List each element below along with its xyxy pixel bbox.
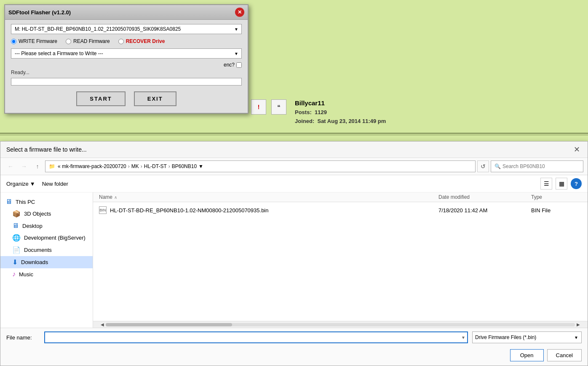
file-content-area: 🖥 This PC 📦 3D Objects 🖥 Desktop 🌐 Devel…: [0, 192, 588, 328]
file-sidebar: 🖥 This PC 📦 3D Objects 🖥 Desktop 🌐 Devel…: [0, 192, 93, 328]
file-list-pane: Name ∧ Date modified Type BIN HL-DT-ST-B…: [93, 192, 588, 328]
radio-read-input[interactable]: [66, 39, 71, 44]
documents-icon: 📄: [12, 246, 21, 254]
start-button[interactable]: START: [76, 91, 125, 106]
flasher-titlebar: SDFtool Flasher (v1.2.0) ✕: [5, 5, 248, 20]
breadcrumb[interactable]: 📁 « mk-firmware-pack-20200720 › MK › HL-…: [45, 160, 476, 172]
joined-label: Joined:: [295, 118, 314, 124]
file-date: 7/18/2020 11:42 AM: [438, 207, 531, 214]
sidebar-item-desktop[interactable]: 🖥 Desktop: [0, 220, 93, 232]
radio-recover-option[interactable]: RECOVER Drive: [118, 38, 165, 44]
table-row[interactable]: BIN HL-DT-ST-BD-RE_BP60NB10-1.02-NM00800…: [93, 204, 588, 216]
up-button[interactable]: ↑: [32, 160, 43, 172]
file-list-header: Name ∧ Date modified Type: [93, 192, 588, 202]
breadcrumb-part-2[interactable]: HL-DT-ST: [144, 163, 167, 169]
flasher-dialog: SDFtool Flasher (v1.2.0) ✕ M: HL-DT-ST_B…: [4, 4, 249, 114]
search-icon: 🔍: [494, 163, 501, 169]
sidebar-label-downloads: Downloads: [21, 259, 48, 265]
breadcrumb-dropdown-arrow[interactable]: ▼: [198, 163, 203, 169]
horizontal-scrollbar[interactable]: ◀ ▶: [93, 321, 588, 328]
help-button[interactable]: ?: [571, 178, 582, 189]
radio-write-label: WRITE Firmware: [19, 38, 57, 44]
organize-button[interactable]: Organize ▼: [6, 181, 35, 187]
exclaim-button[interactable]: !: [251, 99, 266, 115]
flasher-body: M: HL-DT-ST_BD-RE_BP60NB10_1.02_21200507…: [5, 20, 248, 113]
flasher-close-button[interactable]: ✕: [235, 8, 244, 17]
drive-dropdown[interactable]: M: HL-DT-ST_BD-RE_BP60NB10_1.02_21200507…: [11, 24, 242, 34]
file-toolbar: ← → ↑ 📁 « mk-firmware-pack-20200720 › MK…: [0, 158, 588, 175]
sidebar-item-thispc[interactable]: 🖥 This PC: [0, 196, 93, 208]
radio-read-label: READ Firmware: [73, 38, 110, 44]
drive-select-row: M: HL-DT-ST_BD-RE_BP60NB10_1.02_21200507…: [11, 24, 242, 34]
music-icon: ♪: [12, 270, 16, 278]
sidebar-item-downloads[interactable]: ⬇ Downloads: [0, 256, 93, 268]
scroll-track[interactable]: [106, 323, 575, 326]
quote-button[interactable]: ❝: [271, 99, 286, 115]
breadcrumb-part-0[interactable]: « mk-firmware-pack-20200720: [58, 163, 126, 169]
radio-recover-label: RECOVER Drive: [126, 38, 165, 44]
sidebar-label-desktop: Desktop: [22, 223, 43, 229]
new-folder-button[interactable]: New folder: [42, 181, 68, 187]
desktop-icon: 🖥: [12, 222, 19, 230]
organize-right: ☰ ▦ ?: [540, 178, 582, 190]
file-type: BIN File: [531, 207, 582, 214]
username: Billycar11: [295, 99, 386, 107]
forum-divider-top: [0, 133, 588, 134]
3dobjects-icon: 📦: [12, 210, 21, 218]
user-meta: Posts: 1129 Joined: Sat Aug 23, 2014 11:…: [295, 108, 386, 126]
sidebar-item-documents[interactable]: 📄 Documents: [0, 244, 93, 256]
sidebar-label-thispc: This PC: [16, 199, 35, 205]
sidebar-item-development[interactable]: 🌐 Development (BigServer): [0, 232, 93, 244]
scroll-thumb[interactable]: [106, 323, 232, 326]
flasher-title: SDFtool Flasher (v1.2.0): [8, 9, 71, 16]
file-list-rows: BIN HL-DT-ST-BD-RE_BP60NB10-1.02-NM00800…: [93, 202, 588, 321]
view-details-button[interactable]: ☰: [540, 178, 552, 190]
breadcrumb-part-3[interactable]: BP60NB10: [172, 163, 197, 169]
radio-write-option[interactable]: WRITE Firmware: [11, 38, 57, 44]
radio-write-input[interactable]: [11, 39, 16, 44]
file-dialog-title: Select a firmware file to write...: [6, 146, 87, 153]
sidebar-label-music: Music: [19, 271, 33, 278]
breadcrumb-part-1[interactable]: MK: [131, 163, 139, 169]
col-name-header[interactable]: Name ∧: [99, 194, 438, 200]
sidebar-item-3dobjects[interactable]: 📦 3D Objects: [0, 208, 93, 220]
enc-checkbox[interactable]: [236, 62, 242, 68]
radio-read-option[interactable]: READ Firmware: [66, 38, 110, 44]
file-dialog: Select a firmware file to write... ✕ ← →…: [0, 141, 588, 366]
development-icon: 🌐: [12, 234, 21, 242]
firmware-dropdown-wrapper: --- Please select a Firmware to Write --…: [11, 48, 242, 59]
open-button[interactable]: Open: [510, 349, 544, 361]
sidebar-label-3dobjects: 3D Objects: [24, 211, 51, 217]
scroll-left-arrow[interactable]: ◀: [99, 322, 106, 327]
firmware-select-row: --- Please select a Firmware to Write --…: [11, 48, 242, 59]
col-type-header[interactable]: Type: [531, 194, 582, 200]
firmware-dropdown[interactable]: --- Please select a Firmware to Write --…: [11, 48, 242, 59]
search-bar: 🔍: [491, 160, 583, 172]
col-date-header[interactable]: Date modified: [438, 194, 531, 200]
downloads-icon: ⬇: [12, 258, 18, 266]
filename-input[interactable]: [44, 331, 468, 343]
forward-button[interactable]: →: [18, 160, 30, 172]
view-grid-button[interactable]: ▦: [556, 178, 567, 190]
search-input[interactable]: [502, 163, 580, 169]
radio-recover-input[interactable]: [118, 39, 124, 44]
file-footer: File name: ▼ Drive Firmware Files (*.bin…: [0, 328, 588, 347]
scroll-right-arrow[interactable]: ▶: [575, 322, 582, 327]
back-button[interactable]: ←: [5, 160, 16, 172]
filename-input-wrapper: ▼: [44, 331, 468, 343]
organize-left: Organize ▼ New folder: [6, 181, 68, 187]
file-dialog-close-button[interactable]: ✕: [572, 145, 582, 154]
sidebar-item-music[interactable]: ♪ Music: [0, 268, 93, 280]
bin-file-icon: BIN: [99, 206, 107, 214]
filetype-dropdown[interactable]: Drive Firmware Files (*.bin): [472, 331, 582, 343]
radio-row: WRITE Firmware READ Firmware RECOVER Dri…: [11, 38, 242, 44]
progress-bar: [11, 78, 242, 85]
file-dialog-titlebar: Select a firmware file to write... ✕: [0, 142, 588, 158]
filetype-wrapper: Drive Firmware Files (*.bin): [472, 331, 582, 343]
enc-label: enc?: [224, 62, 235, 68]
exit-button[interactable]: EXIT: [134, 91, 176, 106]
breadcrumb-sep-2: ›: [141, 163, 142, 169]
cancel-button[interactable]: Cancel: [547, 349, 582, 361]
thispc-icon: 🖥: [5, 198, 12, 206]
refresh-button[interactable]: ↺: [477, 160, 489, 172]
